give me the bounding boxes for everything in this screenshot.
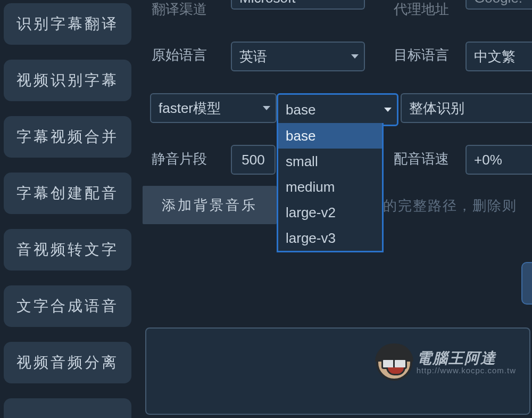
silence-input[interactable]: 500 [231,145,276,175]
sidebar-item-subtitle-dub[interactable]: 字幕创建配音 [4,173,131,214]
source-lang-select[interactable]: 英语 [231,42,365,71]
mode-value: 整体识别 [409,99,464,118]
target-lang-value: 中文繁 [474,47,516,66]
target-lang-select[interactable]: 中文繁 [466,42,532,71]
model-option-large-v3[interactable]: large-v3 [278,225,382,251]
chevron-down-icon [351,54,359,59]
sidebar-item-label: 文字合成语音 [16,296,119,316]
model-value: base [286,102,315,118]
sidebar-item-av-sub-merge[interactable]: 音视字幕合并 [4,398,131,418]
watermark: 電腦王阿達 http://www.kocpc.com.tw [376,345,516,381]
sidebar: 识别字幕翻译 视频识别字幕 字幕视频合并 字幕创建配音 音视频转文字 文字合成语… [4,3,131,418]
source-lang-label: 原始语言 [152,46,207,64]
sidebar-item-av-to-text[interactable]: 音视频转文字 [4,229,131,271]
add-bgmusic-label: 添加背景音乐 [162,196,257,215]
watermark-avatar-icon [376,345,412,381]
sidebar-item-video-subtitle[interactable]: 视频识别字幕 [4,60,131,101]
target-lang-label: 目标语言 [394,46,449,64]
sidebar-item-av-separate[interactable]: 视频音频分离 [4,342,131,383]
engine-value: faster模型 [159,99,221,118]
chevron-down-icon [384,108,392,112]
speed-value: +0% [474,152,502,168]
sidebar-item-subtitle-translate[interactable]: 识别字幕翻译 [4,3,131,45]
speed-label: 配音语速 [394,150,449,168]
source-lang-value: 英语 [239,47,267,66]
sidebar-item-label: 视频音频分离 [16,353,119,373]
proxy-value: Google: [474,0,522,6]
sidebar-item-label: 字幕视频合并 [16,127,119,147]
sidebar-item-label: 字幕创建配音 [16,183,119,203]
sidebar-item-label: 视频识别字幕 [16,70,119,91]
model-option-base[interactable]: base [278,123,382,149]
mode-select[interactable]: 整体识别 [401,93,532,123]
add-bgmusic-button[interactable]: 添加背景音乐 [143,186,277,224]
sidebar-item-label: 识别字幕翻译 [16,14,119,34]
translate-channel-value: Microsoft [239,0,295,6]
watermark-url: http://www.kocpc.com.tw [417,366,516,375]
watermark-title: 電腦王阿達 [417,351,516,366]
bgmusic-hint: 的完整路径，删除则 [383,196,517,215]
proxy-label: 代理地址 [394,0,449,19]
engine-select[interactable]: faster模型 [150,93,277,123]
side-panel-toggle[interactable] [521,262,532,305]
sidebar-item-label: 音视频转文字 [16,240,119,260]
model-select[interactable]: base [277,93,398,126]
silence-value: 500 [242,152,264,168]
model-option-medium[interactable]: medium [278,174,382,200]
model-option-small[interactable]: small [278,149,382,174]
speed-input[interactable]: +0% [466,145,532,175]
translate-channel-select[interactable]: Microsoft [231,0,365,10]
model-dropdown: base small medium large-v2 large-v3 [277,123,384,252]
translate-channel-label: 翻译渠道 [152,0,207,19]
proxy-input[interactable]: Google: [466,0,532,10]
sidebar-item-tts[interactable]: 文字合成语音 [4,285,131,327]
chevron-down-icon [263,106,270,110]
silence-label: 静音片段 [152,150,207,168]
model-option-large-v2[interactable]: large-v2 [278,200,382,225]
sidebar-item-subtitle-merge[interactable]: 字幕视频合并 [4,116,131,158]
